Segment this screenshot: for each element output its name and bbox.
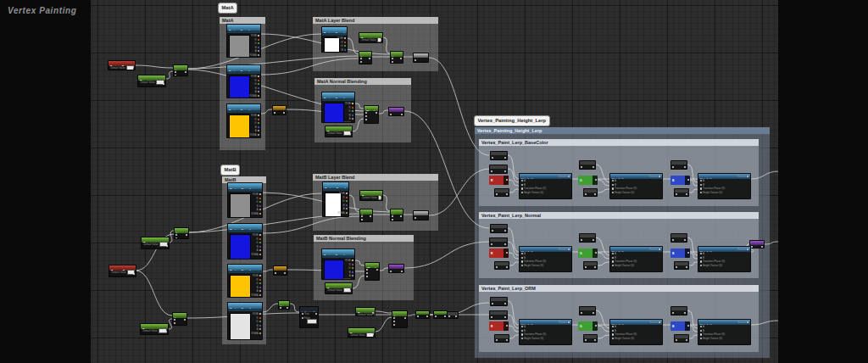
node-func-func-nb[interactable]: Function [388,264,404,273]
node-chip-s3b[interactable] [489,310,508,320]
pin-rgba[interactable] [258,95,259,97]
input-pin[interactable] [521,192,523,193]
node-chip-s2e[interactable] [583,261,598,270]
input-pin[interactable] [175,237,177,239]
pin-rgb[interactable] [259,234,261,236]
pin-rgb[interactable] [258,35,259,36]
input-pin[interactable] [700,265,702,266]
node-chip-s2b[interactable] [489,237,508,247]
node-param-param-b2[interactable]: Param Default Value [140,323,169,335]
input-pin[interactable] [672,312,674,314]
pin-b[interactable] [344,49,346,51]
node-chip-s2g[interactable] [674,261,689,270]
node-chip-s3g[interactable] [674,334,689,343]
pin-a[interactable] [258,50,259,52]
pin-rgb[interactable] [346,193,348,194]
node-chip-s3c[interactable] [494,334,509,343]
output-pin[interactable] [506,193,508,195]
pin-r[interactable] [259,238,261,240]
node-param-param-layer-a[interactable]: Param Default Value [359,32,383,43]
node-heightlerp-hl1b[interactable]: Height Lerp ABTransition Phase (S)Height… [609,173,663,199]
pin-g[interactable] [258,83,259,85]
node-mask-mask-b[interactable]: Mask [273,265,287,276]
node-result-result-lb[interactable]: Result [413,210,429,221]
channel-node-ch3b[interactable]: B [670,321,690,331]
pin-b[interactable] [352,271,353,273]
input-pin[interactable] [521,265,523,266]
pin-b[interactable] [259,246,261,248]
node-chip-s2c[interactable] [494,261,509,270]
pin-a[interactable] [346,208,348,209]
pin-rgba[interactable] [352,122,353,123]
node-heightlerp-hl1c[interactable]: Height Lerp ABTransition Phase (S)Height… [698,173,751,199]
output-pin[interactable] [687,179,689,181]
pin-r[interactable] [344,42,346,43]
output-pin[interactable] [747,249,748,250]
output-pin[interactable] [684,312,686,314]
input-pin[interactable] [700,260,702,262]
pin-rgb[interactable] [344,37,346,39]
pin-a[interactable] [259,249,261,251]
pin-g[interactable] [258,122,259,124]
input-pin[interactable] [390,271,392,272]
input-pin[interactable] [700,253,702,254]
pin-r[interactable] [258,39,259,41]
input-pin[interactable] [392,215,393,217]
pin-g[interactable] [259,282,261,284]
output-pin[interactable] [684,166,686,168]
pin-b[interactable] [259,287,261,288]
input-pin[interactable] [521,338,523,339]
pin-a[interactable] [258,130,259,131]
input-pin[interactable] [521,333,523,335]
output-pin[interactable] [506,325,508,327]
output-pin[interactable] [400,215,402,217]
node-chip-chip-y1[interactable] [447,311,459,319]
node-chip-chip-g2[interactable] [433,310,448,319]
value-box[interactable] [307,319,317,324]
pin-r[interactable] [258,119,259,120]
pin-rgba[interactable] [258,134,259,136]
node-heightlerp-hl2a[interactable]: Height Lerp ABTransition Phase (S)Height… [519,246,572,272]
node-result-result-la[interactable]: Result [413,53,429,63]
pin-a[interactable] [352,275,353,276]
input-pin[interactable] [366,276,368,277]
pin-rgb[interactable] [259,313,261,315]
output-pin[interactable] [659,176,660,177]
input-pin[interactable] [612,260,614,262]
channel-node-ch3r[interactable]: R [489,321,509,331]
input-pin[interactable] [612,257,614,259]
node-lerp-lerp-a[interactable]: Lerp [173,64,188,76]
input-pin[interactable] [612,187,614,189]
pin-rgba[interactable] [259,213,261,215]
input-pin[interactable] [612,192,614,193]
pin-b[interactable] [352,114,353,116]
node-lerp-blend-na[interactable]: Blend [364,105,379,124]
pin-rgba[interactable] [346,212,348,214]
node-param-param-c1[interactable]: Param Default Value [355,307,376,316]
node-texture-tex-b1[interactable]: Texture Sample RGBRGBARGBA [227,182,263,218]
output-pin[interactable] [568,249,570,250]
pin-g[interactable] [258,42,259,44]
pin-b[interactable] [259,205,261,207]
input-pin[interactable] [496,193,498,195]
output-pin[interactable] [376,112,377,114]
input-pin[interactable] [492,230,493,232]
input-pin[interactable] [612,338,614,339]
input-pin[interactable] [366,269,368,271]
input-pin[interactable] [612,330,614,332]
bubble-mat-b[interactable]: MatB [220,165,240,176]
node-texture-tex-b4[interactable]: Texture Sample RGBRGBARGBA [227,302,263,340]
output-pin[interactable] [504,230,506,232]
input-pin[interactable] [612,184,614,186]
node-texture-tex-a-normal[interactable]: Texture Sample RGBRGBARGBA [321,92,355,123]
node-chip-s3d[interactable] [579,306,596,316]
input-pin[interactable] [415,217,416,219]
input-pin[interactable] [751,246,753,248]
node-param-param-a[interactable]: Param Default Value [137,75,166,87]
node-param-param-normal-b[interactable]: Param Default Value [325,282,353,294]
input-pin[interactable] [280,307,281,309]
node-chip-s1b[interactable] [489,165,508,174]
input-pin[interactable] [612,265,614,266]
pin-r[interactable] [352,107,353,109]
pin-r[interactable] [259,198,261,199]
